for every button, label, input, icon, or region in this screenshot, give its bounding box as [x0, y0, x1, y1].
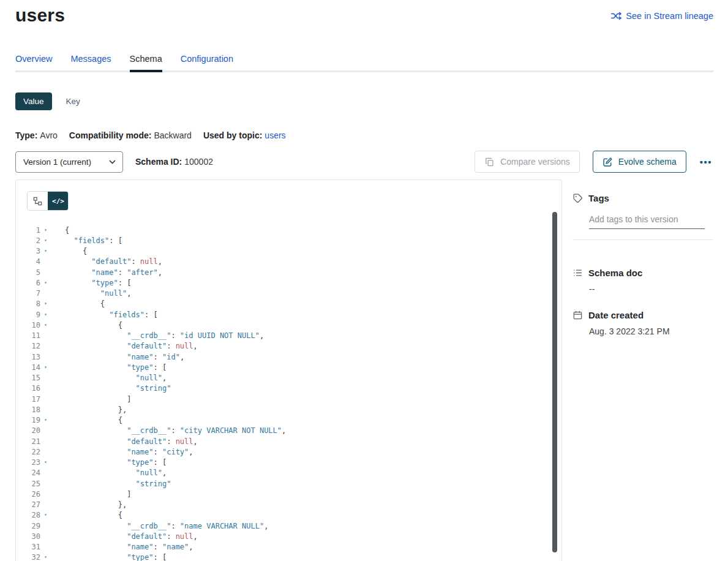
page-title: users: [15, 5, 65, 26]
line-number: 23: [16, 458, 40, 467]
line-number: 14: [16, 363, 40, 372]
code-line: 9▾ "fields": [: [16, 309, 561, 320]
line-number: 1: [16, 226, 40, 235]
version-select[interactable]: Version 1 (current): [15, 151, 123, 173]
code-line: 6▾ "type": [: [16, 277, 561, 288]
tags-heading: Tags: [572, 193, 713, 203]
fold-toggle-icon[interactable]: ▾: [40, 418, 51, 423]
code-text: {: [65, 321, 122, 329]
chevron-down-icon: [109, 160, 116, 164]
code-line: 26 ]: [16, 489, 561, 499]
tab-messages[interactable]: Messages: [70, 54, 111, 70]
line-number: 10: [16, 321, 40, 329]
fold-toggle-icon[interactable]: ▾: [40, 365, 51, 370]
line-number: 21: [16, 437, 40, 446]
fold-toggle-icon[interactable]: ▾: [40, 301, 51, 306]
fold-toggle-icon[interactable]: ▾: [40, 513, 51, 518]
compare-versions-button[interactable]: Compare versions: [475, 151, 580, 173]
code-line: 1▾{: [16, 225, 561, 235]
tags-section: Tags: [572, 193, 713, 240]
code-text: {: [65, 416, 122, 424]
calendar-icon: [572, 310, 583, 320]
code-text: "string": [65, 480, 171, 488]
code-text: "name": "id",: [65, 353, 184, 361]
tree-view-icon: [33, 197, 42, 206]
value-toggle-button[interactable]: Value: [15, 92, 52, 110]
meta-type-label: Type:: [15, 130, 37, 140]
tab-overview[interactable]: Overview: [15, 54, 52, 70]
tab-schema[interactable]: Schema: [130, 54, 162, 70]
fold-toggle-icon[interactable]: ▾: [40, 249, 51, 254]
line-number: 32: [16, 553, 40, 561]
code-text: {: [65, 511, 122, 519]
code-line: 28▾ {: [16, 510, 561, 521]
meta-topic: Used by topic:users: [203, 130, 286, 140]
line-number: 31: [16, 543, 40, 551]
editor-scrollbar-thumb[interactable]: [552, 212, 557, 552]
fold-toggle-icon[interactable]: ▾: [40, 460, 51, 465]
code-line: 5 "name": "after",: [16, 267, 561, 277]
code-text: "type": [: [65, 279, 131, 287]
stream-lineage-link[interactable]: See in Stream lineage: [610, 11, 713, 21]
code-text: "type": [: [65, 553, 167, 561]
add-tags-input[interactable]: [589, 213, 705, 229]
code-line: 25 "string": [16, 478, 561, 489]
stream-lineage-icon: [610, 12, 621, 20]
line-number: 8: [16, 299, 40, 308]
code-line: 8▾ {: [16, 299, 561, 309]
version-select-value: Version 1 (current): [23, 157, 91, 167]
code-text: },: [65, 405, 127, 414]
code-line: 21 "default": null,: [16, 436, 561, 446]
code-line: 29 "__crdb__": "name VARCHAR NULL",: [16, 521, 561, 531]
code-text: "null",: [65, 374, 167, 382]
tag-icon: [572, 193, 583, 203]
version-bar: Version 1 (current) Schema ID:100002 Com…: [15, 151, 713, 173]
evolve-schema-button[interactable]: Evolve schema: [593, 151, 686, 173]
tab-configuration[interactable]: Configuration: [181, 54, 233, 70]
line-number: 6: [16, 279, 40, 287]
overflow-menu-button[interactable]: •••: [699, 154, 713, 170]
line-number: 26: [16, 490, 40, 499]
code-line: 13 "name": "id",: [16, 352, 561, 362]
code-line: 27 },: [16, 500, 561, 510]
line-number: 4: [16, 257, 40, 266]
code-text: "__crdb__": "city VARCHAR NOT NULL",: [65, 426, 286, 435]
date-created-heading: Date created: [572, 310, 713, 320]
fold-toggle-icon[interactable]: ▾: [40, 312, 51, 317]
code-editor[interactable]: 1▾{2▾ "fields": [3▾ {4 "default": null,5…: [16, 225, 561, 561]
tab-bar: OverviewMessagesSchemaConfiguration: [15, 54, 713, 72]
code-view-button[interactable]: </>: [48, 192, 68, 210]
code-text: {: [65, 226, 69, 235]
code-line: 32▾ "type": [: [16, 552, 561, 561]
fold-toggle-icon[interactable]: ▾: [40, 280, 51, 285]
line-number: 28: [16, 511, 40, 519]
fold-toggle-icon[interactable]: ▾: [40, 555, 51, 560]
code-text: "fields": [: [65, 311, 158, 319]
tree-view-button[interactable]: [28, 192, 48, 210]
key-toggle-button[interactable]: Key: [64, 92, 83, 110]
line-number: 5: [16, 268, 40, 277]
editor-toolbar: </>: [16, 180, 561, 211]
meta-compatibility-value: Backward: [154, 130, 191, 140]
schema-meta: Type:Avro Compatibility mode:Backward Us…: [15, 130, 713, 140]
meta-topic-label: Used by topic:: [203, 130, 262, 140]
code-text: "__crdb__": "name VARCHAR NULL",: [65, 522, 268, 530]
serde-toggle: Value Key: [15, 92, 713, 110]
fold-toggle-icon[interactable]: ▾: [40, 238, 51, 243]
code-line: 19▾ {: [16, 415, 561, 426]
line-number: 22: [16, 448, 40, 456]
code-line: 2▾ "fields": [: [16, 235, 561, 246]
code-text: "default": null,: [65, 532, 198, 541]
line-number: 2: [16, 236, 40, 245]
meta-type-value: Avro: [40, 130, 58, 140]
fold-toggle-icon[interactable]: ▾: [40, 323, 51, 328]
code-text: "name": "after",: [65, 268, 162, 277]
fold-toggle-icon[interactable]: ▾: [40, 228, 51, 233]
code-text: "name": "name",: [65, 543, 193, 551]
code-text: {: [65, 299, 105, 308]
topic-link[interactable]: users: [265, 130, 285, 140]
document-list-icon: [572, 268, 583, 278]
meta-type: Type:Avro: [15, 130, 58, 140]
line-number: 7: [16, 289, 40, 298]
evolve-schema-label: Evolve schema: [618, 157, 677, 167]
